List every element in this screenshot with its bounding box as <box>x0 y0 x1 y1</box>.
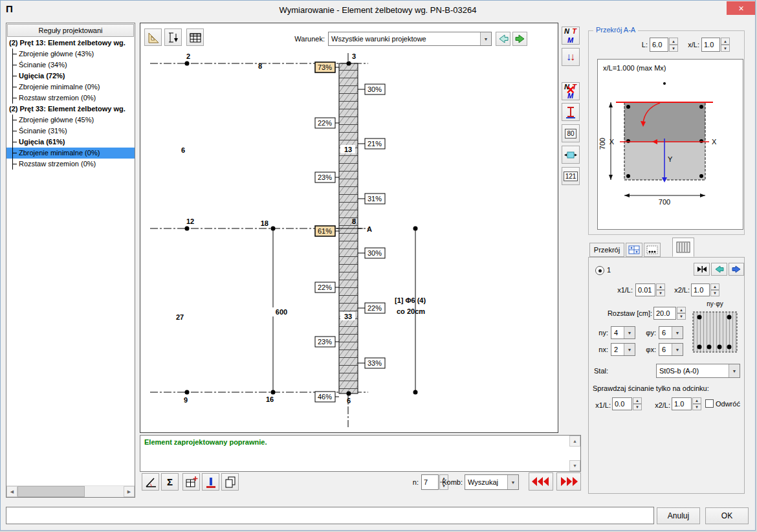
chevron-down-icon[interactable]: ▼ <box>624 327 635 338</box>
spin-up-icon[interactable]: ▲ <box>633 397 642 404</box>
limit-121-button[interactable]: 121 <box>562 167 580 185</box>
spin-down-icon[interactable]: ▼ <box>633 404 642 410</box>
section-shape-button[interactable] <box>562 103 580 121</box>
tab-przekroj[interactable]: Przekrój <box>589 243 624 257</box>
spacing-value[interactable]: 20.0 <box>653 307 676 320</box>
x1L-spinner[interactable]: 0.01 ▲▼ <box>635 283 665 296</box>
drawing-canvas[interactable]: 2 3 12 8 18 9 16 6 8 6 27 600 13 33 A [1… <box>140 23 558 433</box>
invert-checkbox[interactable] <box>705 399 714 408</box>
xL-spinner[interactable]: 1.0 ▲▼ <box>701 38 730 52</box>
last-combination-button[interactable] <box>556 472 581 491</box>
prev-condition-button[interactable] <box>496 32 510 46</box>
spin-down-icon[interactable]: ▼ <box>710 290 719 296</box>
tree-hscrollbar[interactable]: ◀ ▶ <box>6 485 135 497</box>
tab-grid[interactable] <box>626 243 642 257</box>
spin-down-icon[interactable]: ▼ <box>656 290 665 296</box>
spin-down-icon[interactable]: ▼ <box>669 45 678 52</box>
scroll-thumb[interactable] <box>17 486 85 497</box>
x2L-spinner[interactable]: 1.0 ▲▼ <box>691 283 719 296</box>
L-spinner[interactable]: 6.0 ▲▼ <box>650 38 678 52</box>
chevron-down-icon[interactable]: ▼ <box>729 364 740 377</box>
angle-tool-button[interactable] <box>142 473 159 491</box>
cancel-button[interactable]: Anuluj <box>657 507 700 524</box>
tree-item[interactable]: Rozstaw strzemion (0%) <box>6 159 135 170</box>
condition-dropdown[interactable]: Wszystkie warunki projektowe ▼ <box>328 32 492 46</box>
first-combination-button[interactable] <box>529 472 553 491</box>
shear-x1L-spinner[interactable]: 0.0 ▲▼ <box>612 397 642 410</box>
spin-down-icon[interactable]: ▼ <box>721 45 730 52</box>
layer-radio[interactable] <box>595 266 604 275</box>
xL-value[interactable]: 1.0 <box>701 38 720 52</box>
status-field[interactable] <box>6 507 654 524</box>
chart-tool-button[interactable] <box>202 473 219 491</box>
chevron-down-icon[interactable]: ▼ <box>480 32 491 45</box>
rebar-layout-icon-block: ny·φy <box>687 300 743 362</box>
tab-hatch-active[interactable] <box>672 238 694 257</box>
tree-item[interactable]: Ścinanie (31%) <box>6 126 135 137</box>
distribution-tool-button[interactable] <box>164 28 182 46</box>
ntm-diagram-button[interactable]: NTM <box>562 27 580 45</box>
shear-x2L-value[interactable]: 1.0 <box>672 397 692 410</box>
spin-up-icon[interactable]: ▲ <box>656 283 665 290</box>
copy-tool-button[interactable] <box>221 473 239 491</box>
x2L-value[interactable]: 1.0 <box>691 283 710 296</box>
spin-up-icon[interactable]: ▲ <box>692 397 701 404</box>
steel-dropdown[interactable]: St0S-b (A-0)▼ <box>656 364 740 378</box>
n-value[interactable]: 7 <box>421 474 439 490</box>
chevron-down-icon[interactable]: ▼ <box>672 327 683 338</box>
sum-tool-button[interactable]: Σ <box>161 473 179 491</box>
sigma-icon: Σ <box>167 476 173 487</box>
scroll-track[interactable] <box>85 486 124 497</box>
L-value[interactable]: 6.0 <box>650 38 668 52</box>
close-button[interactable]: × <box>727 1 756 15</box>
prev-layer-button[interactable] <box>711 263 727 276</box>
percent-label: 23% <box>318 173 332 181</box>
shear-x1L-value[interactable]: 0.0 <box>612 397 632 410</box>
table-tool-button[interactable] <box>186 28 204 46</box>
ntm-off-button[interactable]: NTM× <box>562 82 580 100</box>
tree-item[interactable]: Ugięcia (61%) <box>6 137 135 148</box>
ok-button[interactable]: OK <box>705 507 749 524</box>
tree-item[interactable]: Ścinanie (34%) <box>6 60 135 71</box>
set-square-tool-button[interactable] <box>144 28 162 46</box>
shear-x2L-spinner[interactable]: 1.0 ▲▼ <box>672 397 701 410</box>
chevron-down-icon[interactable]: ▼ <box>672 344 683 355</box>
phiy-dropdown[interactable]: 6▼ <box>659 326 683 339</box>
spin-down-icon[interactable]: ▼ <box>692 404 701 410</box>
loads-button[interactable]: ↓↓ <box>562 48 580 66</box>
tree-item[interactable]: Rozstaw strzemion (0%) <box>6 93 135 104</box>
chevron-down-icon[interactable]: ▼ <box>624 344 635 355</box>
komb-dropdown[interactable]: Wyszukaj ▼ <box>465 474 519 490</box>
phix-dropdown[interactable]: 6▼ <box>659 343 683 356</box>
tree-item-selected[interactable]: Zbrojenie minimalne (0%) <box>6 148 135 159</box>
tree-group-13[interactable]: (2) Pręt 13: Element żelbetowy wg. <box>6 38 135 49</box>
msg-scroll-down-icon[interactable]: ▼ <box>569 460 580 471</box>
tree-item[interactable]: Zbrojenie główne (43%) <box>6 49 135 60</box>
tree-item[interactable]: Zbrojenie minimalne (0%) <box>6 82 135 93</box>
tree-item[interactable]: Zbrojenie główne (45%) <box>6 115 135 126</box>
x1L-value[interactable]: 0.01 <box>635 283 655 296</box>
scroll-left-icon[interactable]: ◀ <box>6 486 17 497</box>
spin-up-icon[interactable]: ▲ <box>677 307 686 313</box>
next-layer-button[interactable] <box>729 263 744 276</box>
spin-up-icon[interactable]: ▲ <box>721 38 730 45</box>
next-condition-button[interactable] <box>512 32 527 46</box>
steel-label: Stal: <box>594 364 616 378</box>
limit-80-button[interactable]: 80 <box>562 124 580 142</box>
scroll-right-icon[interactable]: ▶ <box>124 486 135 497</box>
tree-item[interactable]: Ugięcia (72%) <box>6 71 135 82</box>
tree-header[interactable]: Reguły projektowani <box>7 24 134 37</box>
spin-up-icon[interactable]: ▲ <box>710 283 719 290</box>
spin-down-icon[interactable]: ▼ <box>677 313 686 320</box>
fit-button[interactable] <box>694 263 710 276</box>
tab-dots[interactable] <box>644 243 661 257</box>
add-table-tool-button[interactable] <box>182 473 200 491</box>
scale-button[interactable] <box>562 146 580 164</box>
tree-group-33[interactable]: (2) Pręt 33: Element żelbetowy wg. <box>6 104 135 115</box>
spin-up-icon[interactable]: ▲ <box>669 38 678 45</box>
nx-dropdown[interactable]: 2▼ <box>611 343 635 356</box>
chevron-down-icon[interactable]: ▼ <box>507 475 518 489</box>
spacing-spinner[interactable]: 20.0 ▲▼ <box>653 307 686 320</box>
msg-scroll-up-icon[interactable]: ▲ <box>569 436 580 447</box>
ny-dropdown[interactable]: 4▼ <box>611 326 635 339</box>
